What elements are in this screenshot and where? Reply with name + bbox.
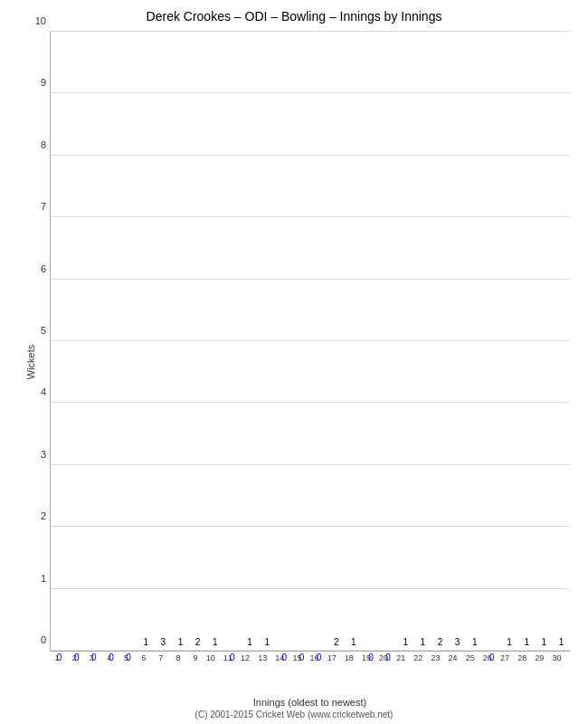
y-tick-label: 2: [41, 510, 46, 521]
bar-value-label: 1: [213, 637, 218, 647]
x-tick-label: 9: [194, 653, 198, 662]
y-tick-label: 7: [41, 201, 46, 212]
zero-label: 0: [282, 653, 288, 662]
zero-label: 0: [385, 653, 391, 662]
x-tick-label: 28: [517, 653, 526, 662]
y-tick-label: 6: [41, 263, 46, 274]
zero-label: 0: [230, 653, 235, 662]
bar-value-label: 1: [559, 637, 564, 647]
zero-label: 0: [126, 653, 131, 662]
bar-value-label: 2: [334, 637, 339, 647]
x-tick-label: 27: [500, 653, 509, 662]
grid-line: [51, 216, 570, 217]
bar-value-label: 1: [472, 637, 478, 647]
grid-line: [51, 526, 570, 527]
x-axis-title: Innings (oldest to newest): [50, 697, 570, 708]
x-tick-label: 21: [396, 653, 405, 662]
y-axis-title: Wickets: [25, 345, 36, 380]
grid-line: [51, 340, 570, 341]
grid-line: [51, 92, 570, 93]
zero-label: 0: [74, 653, 80, 662]
chart-container: Derek Crookes – ODI – Bowling – Innings …: [0, 0, 588, 724]
x-tick-label: 25: [466, 653, 475, 662]
grid-line: [51, 155, 570, 156]
x-tick-label: 10: [206, 653, 215, 662]
grid-line: [51, 402, 570, 403]
zero-label: 0: [489, 653, 495, 662]
chart-title: Derek Crookes – ODI – Bowling – Innings …: [0, 0, 588, 28]
x-tick-label: 18: [345, 653, 354, 662]
bar-value-label: 1: [247, 637, 252, 647]
x-tick-label: 6: [141, 653, 146, 662]
y-tick-label: 8: [41, 139, 46, 150]
zero-label: 0: [109, 653, 114, 662]
x-tick-label: 29: [535, 653, 544, 662]
bar-value-label: 1: [403, 637, 408, 647]
x-tick-label: 7: [158, 653, 163, 662]
bar-value-label: 2: [438, 637, 443, 647]
y-tick-label: 3: [41, 449, 46, 460]
bar-value-label: 1: [421, 637, 426, 647]
zero-label: 0: [91, 653, 97, 662]
grid-line: [51, 650, 570, 651]
x-tick-label: 24: [449, 653, 458, 662]
bar-value-label: 1: [143, 637, 148, 647]
bar-value-label: 3: [455, 637, 460, 647]
x-tick-label: 23: [431, 653, 440, 662]
y-tick-label: 0: [41, 634, 46, 645]
y-tick-label: 4: [41, 386, 46, 397]
x-tick-label: 8: [175, 653, 180, 662]
x-tick-label: 12: [241, 653, 250, 662]
zero-label: 0: [368, 653, 374, 662]
y-tick-label: 10: [35, 15, 46, 26]
bar-value-label: 1: [524, 637, 529, 647]
bar-value-label: 1: [351, 637, 356, 647]
grid-line: [51, 279, 570, 280]
grid-line: [51, 31, 570, 32]
y-tick-label: 5: [41, 325, 46, 336]
chart-area: 0123456789101020304050617381921011101211…: [50, 32, 570, 652]
bar-value-label: 1: [264, 637, 270, 647]
x-tick-label: 30: [552, 653, 561, 662]
bar-value-label: 1: [542, 637, 547, 647]
x-tick-label: 22: [413, 653, 422, 662]
bar-value-label: 1: [178, 637, 184, 647]
x-tick-label: 13: [258, 653, 267, 662]
zero-label: 0: [299, 653, 305, 662]
bar-value-label: 3: [161, 637, 166, 647]
bar-value-label: 2: [195, 637, 201, 647]
bar-value-label: 1: [507, 637, 512, 647]
footer: (C) 2001-2015 Cricket Web (www.cricketwe…: [0, 710, 588, 719]
grid-line: [51, 588, 570, 589]
grid-line: [51, 464, 570, 465]
y-tick-label: 9: [41, 77, 46, 88]
y-tick-label: 1: [41, 573, 46, 584]
zero-label: 0: [57, 653, 62, 662]
x-tick-label: 17: [327, 653, 337, 662]
zero-label: 0: [317, 653, 322, 662]
